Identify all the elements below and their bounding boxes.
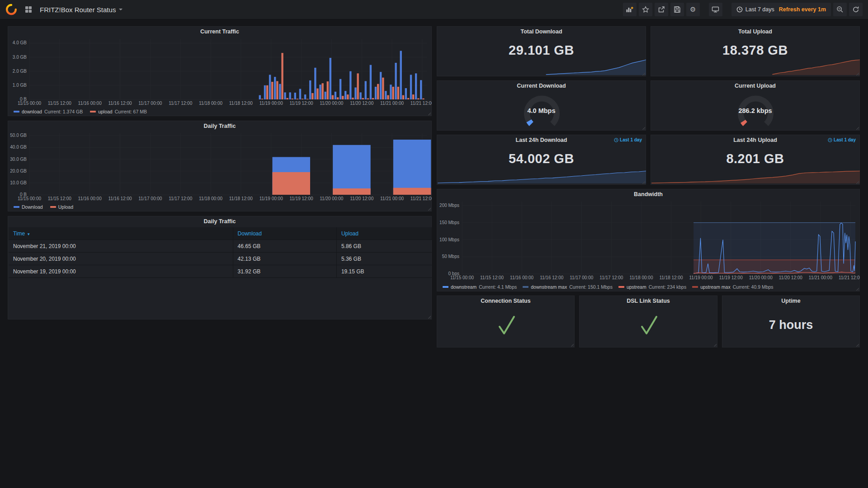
svg-text:150 Mbps: 150 Mbps — [439, 220, 459, 225]
dashboard-settings-button[interactable]: ⚙ — [686, 3, 700, 16]
legend-upstream-max[interactable]: upstream max Current: 40.9 Mbps — [692, 284, 773, 290]
table-cell: November 21, 2019 00:00 — [9, 240, 233, 253]
current-download-value: 4.0 Mbps — [437, 107, 646, 114]
panel-resize-handle[interactable] — [713, 343, 717, 347]
panel-daily-traffic-chart: Daily Traffic 11/15 00:0011/15 12:0011/1… — [8, 121, 432, 211]
table-cell: 19.15 GB — [336, 265, 432, 278]
panel-title-current-traffic[interactable]: Current Traffic — [8, 28, 431, 35]
panel-resize-handle[interactable] — [570, 343, 574, 347]
clock-icon — [614, 138, 618, 142]
panel-resize-handle[interactable] — [855, 72, 859, 75]
panel-resize-handle[interactable] — [855, 126, 859, 130]
dashboards-grid-icon[interactable] — [22, 3, 35, 16]
svg-text:200 Mbps: 200 Mbps — [439, 203, 459, 208]
upload-series-swatch — [50, 206, 56, 208]
last24h-download-sparkline — [438, 169, 646, 184]
panel-title-current-upload[interactable]: Current Upload — [651, 83, 859, 89]
last24h-upload-value: 8.201 GB — [651, 151, 859, 166]
svg-text:11/17 00:00: 11/17 00:00 — [138, 101, 162, 106]
panel-title-current-download[interactable]: Current Download — [437, 83, 646, 89]
legend-downstream-max[interactable]: downstream max Current: 150.1 Mbps — [523, 284, 613, 290]
panel-resize-handle[interactable] — [427, 315, 431, 319]
check-icon — [494, 314, 518, 337]
svg-text:11/19 12:00: 11/19 12:00 — [719, 275, 743, 280]
svg-text:11/18 00:00: 11/18 00:00 — [199, 196, 223, 201]
svg-text:11/16 00:00: 11/16 00:00 — [78, 196, 102, 201]
upstream-series-swatch — [618, 286, 624, 288]
refresh-dashboard-button[interactable] — [849, 3, 863, 16]
svg-text:11/21 12:00: 11/21 12:00 — [839, 275, 860, 280]
panel-total-download: Total Download 29.101 GB — [437, 26, 646, 76]
panel-title-total-download[interactable]: Total Download — [437, 28, 646, 35]
svg-text:50.0 GB: 50.0 GB — [10, 133, 27, 138]
legend-upstream[interactable]: upstream Current: 234 kbps — [618, 284, 686, 290]
legend-upload[interactable]: Upload — [50, 204, 73, 210]
panel-title-connection-status[interactable]: Connection Status — [437, 298, 574, 304]
last24h-download-value: 54.002 GB — [437, 151, 646, 166]
svg-text:11/20 12:00: 11/20 12:00 — [350, 196, 374, 201]
panel-uptime: Uptime 7 hours — [722, 296, 860, 347]
time-override-badge: Last 1 day — [828, 137, 856, 142]
table-cell: 46.65 GB — [233, 240, 336, 253]
upstream-max-series-swatch — [692, 286, 698, 288]
dashboard-title: FRITZ!Box Router Status — [40, 6, 116, 14]
panel-title-daily-traffic[interactable]: Daily Traffic — [8, 123, 431, 129]
save-dashboard-button[interactable] — [670, 3, 684, 16]
panel-connection-status: Connection Status — [437, 296, 575, 347]
panel-title-daily-traffic-table[interactable]: Daily Traffic — [8, 218, 431, 225]
chevron-down-icon — [119, 9, 123, 10]
panel-resize-handle[interactable] — [427, 207, 431, 211]
panel-resize-handle[interactable] — [642, 72, 645, 75]
panel-title-bandwidth[interactable]: Bandwidth — [437, 191, 859, 197]
dashboard-title-dropdown[interactable]: FRITZ!Box Router Status — [40, 6, 123, 14]
share-dashboard-button[interactable] — [655, 3, 668, 16]
cycle-view-mode-button[interactable] — [709, 3, 722, 16]
clock-icon — [736, 6, 743, 13]
svg-text:0 B: 0 B — [20, 97, 27, 102]
zoom-out-time-button[interactable] — [833, 3, 847, 16]
svg-text:20.0 GB: 20.0 GB — [10, 169, 27, 174]
svg-text:0 B: 0 B — [20, 192, 27, 197]
table-row: November 21, 2019 00:0046.65 GB5.86 GB — [9, 240, 432, 253]
panel-title-uptime[interactable]: Uptime — [722, 298, 859, 304]
svg-text:11/19 00:00: 11/19 00:00 — [689, 275, 713, 280]
svg-text:11/15 12:00: 11/15 12:00 — [48, 101, 72, 106]
svg-text:4.0 GB: 4.0 GB — [13, 40, 27, 45]
svg-text:11/18 00:00: 11/18 00:00 — [629, 275, 653, 280]
grafana-logo-icon[interactable] — [5, 4, 17, 15]
panel-resize-handle[interactable] — [642, 126, 645, 130]
mark-favorite-button[interactable] — [639, 3, 652, 16]
svg-text:30.0 GB: 30.0 GB — [10, 157, 27, 162]
svg-text:11/21 12:00: 11/21 12:00 — [410, 196, 432, 201]
panel-title-total-upload[interactable]: Total Upload — [651, 28, 859, 35]
panel-resize-handle[interactable] — [427, 112, 431, 115]
uptime-value: 7 hours — [769, 318, 813, 332]
grafana-dashboard: FRITZ!Box Router Status ⚙ — [0, 0, 868, 488]
svg-text:11/20 12:00: 11/20 12:00 — [350, 101, 374, 106]
table-header-download[interactable]: Download — [233, 227, 336, 240]
add-panel-button[interactable] — [623, 3, 637, 16]
legend-download[interactable]: Download — [14, 204, 43, 210]
svg-text:11/20 12:00: 11/20 12:00 — [779, 275, 803, 280]
refresh-interval-label[interactable]: Refresh every 1m — [779, 6, 826, 13]
sort-desc-icon: ▼ — [27, 232, 30, 236]
svg-text:11/21 00:00: 11/21 00:00 — [380, 101, 404, 106]
legend-upload[interactable]: upload Current: 67 MB — [90, 109, 147, 114]
panel-resize-handle[interactable] — [855, 180, 859, 184]
panel-resize-handle[interactable] — [855, 343, 859, 347]
last24h-upload-sparkline — [651, 169, 860, 184]
panel-resize-handle[interactable] — [855, 287, 859, 291]
time-range-picker[interactable]: Last 7 days Refresh every 1m — [731, 3, 831, 16]
table-header-upload[interactable]: Upload — [336, 227, 432, 240]
bandwidth-plot[interactable]: 11/15 00:0011/15 12:0011/16 00:0011/16 1… — [438, 198, 860, 281]
legend-download[interactable]: download Current: 1.374 GB — [14, 109, 83, 114]
download-series-swatch — [14, 206, 19, 208]
upload-series-swatch — [90, 111, 96, 113]
current-traffic-plot[interactable]: 11/15 00:0011/15 12:0011/16 00:0011/16 1… — [9, 35, 432, 107]
daily-traffic-plot[interactable]: 11/15 00:0011/15 12:0011/16 00:0011/16 1… — [9, 130, 432, 202]
panel-title-dsl-link-status[interactable]: DSL Link Status — [580, 298, 717, 304]
table-header-time[interactable]: Time▼ — [9, 227, 233, 240]
panel-resize-handle[interactable] — [642, 180, 645, 184]
legend-downstream[interactable]: downstream Current: 4.1 Mbps — [443, 284, 517, 290]
time-range-label: Last 7 days — [745, 6, 774, 13]
